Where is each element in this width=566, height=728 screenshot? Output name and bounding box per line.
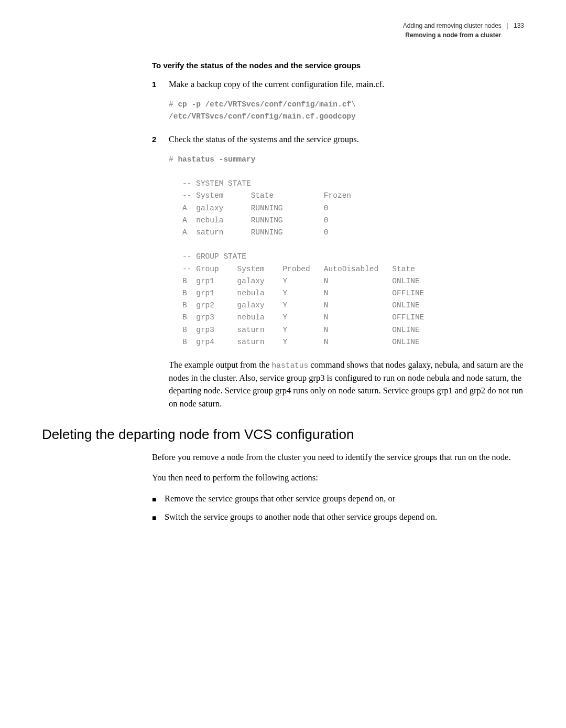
code-backslash: \ [351,100,356,109]
group-state-cols: -- Group System Probed AutoDisabled Stat… [182,265,415,273]
step-1: 1 Make a backup copy of the current conf… [152,78,524,91]
content-block: To verify the status of the nodes and th… [152,61,524,411]
step-2-code: # hastatus -summary -- SYSTEM STATE -- S… [169,154,524,348]
code-prompt: # [169,100,178,109]
step-2-para: The example output from the hastatus com… [169,359,524,411]
grp-row-1: B grp1 galaxy Y N ONLINE [182,277,419,285]
running-header: Adding and removing cluster nodes | 133 … [42,21,524,40]
system-state-header: -- SYSTEM STATE [182,179,251,188]
grp-row-4: B grp3 nebula Y N OFFLINE [182,313,424,322]
bullet-item-1: ■ Remove the service groups that other s… [152,493,524,506]
step-2-number: 2 [152,135,169,144]
group-state-header: -- GROUP STATE [182,252,246,261]
code-prompt-2: # [169,155,178,164]
system-state-cols: -- System State Frozen [182,191,351,200]
bullet-1-text: Remove the service groups that other ser… [165,493,395,506]
para-code: hastatus [272,361,309,370]
grp-row-2: B grp1 nebula Y N OFFLINE [182,289,424,297]
page-number: 133 [514,21,524,30]
section-title: Removing a node from a cluster [42,30,524,40]
bullet-list: ■ Remove the service groups that other s… [152,493,524,524]
grp-row-3: B grp2 galaxy Y N ONLINE [182,301,419,309]
step-2: 2 Check the status of the systems and th… [152,133,524,146]
chapter-title: Adding and removing cluster nodes [403,21,502,30]
procedure-title: To verify the status of the nodes and th… [152,61,524,70]
section-para-1: Before you remove a node from the cluste… [152,451,524,464]
step-1-text: Make a backup copy of the current config… [169,78,384,91]
code-cmd: hastatus -summary [178,155,255,164]
step-1-code: # cp -p /etc/VRTSvcs/conf/config/main.cf… [169,99,524,123]
sys-row-2: A nebula RUNNING 0 [182,216,328,224]
section-para-2: You then need to perform the following a… [152,472,524,485]
bullet-icon: ■ [152,511,165,523]
sys-row-1: A galaxy RUNNING 0 [182,204,328,212]
sys-row-3: A saturn RUNNING 0 [182,228,328,237]
bullet-icon: ■ [152,493,165,505]
section-heading: Deleting the departing node from VCS con… [42,426,524,443]
grp-row-5: B grp3 saturn Y N ONLINE [182,326,419,334]
grp-row-6: B grp4 saturn Y N ONLINE [182,338,419,346]
code-line-2: /etc/VRTSvcs/conf/config/main.cf.goodcop… [169,112,356,121]
page-container: Adding and removing cluster nodes | 133 … [0,0,566,553]
bullet-2-text: Switch the service groups to another nod… [165,511,437,524]
para-pre: The example output from the [169,360,272,370]
step-2-text: Check the status of the systems and the … [169,133,359,146]
bullet-item-2: ■ Switch the service groups to another n… [152,511,524,524]
code-line-1: cp -p /etc/VRTSvcs/conf/config/main.cf [178,100,351,109]
header-divider: | [507,21,508,30]
step-1-number: 1 [152,80,169,89]
